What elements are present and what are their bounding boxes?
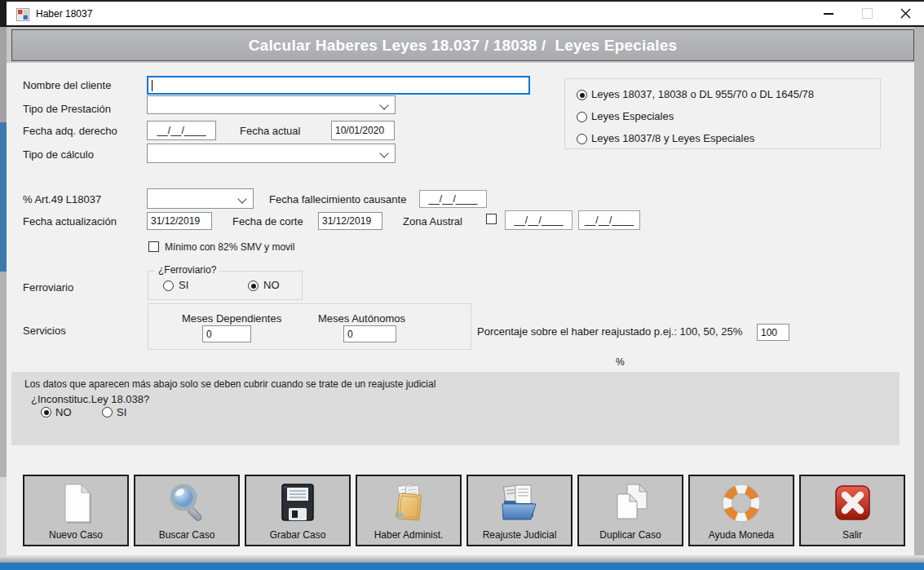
title-bar: Haber 18037 xyxy=(7,2,924,25)
buscar-caso-button[interactable]: Buscar Caso xyxy=(134,475,240,546)
minimo-smv-label[interactable]: Mínimo con 82% SMV y movil xyxy=(165,241,294,253)
button-label: Salir xyxy=(842,529,862,541)
radio-leyes-18037-label[interactable]: Leyes 18037, 18038 o DL 955/70 o DL 1645… xyxy=(591,88,814,100)
judicial-panel: Los datos que aparecen más abajo solo se… xyxy=(11,372,900,445)
haber-administ-button[interactable]: Haber Administ. xyxy=(356,475,462,546)
window-title: Haber 18037 xyxy=(36,8,92,20)
window-bottom-edge xyxy=(0,555,924,563)
nuevo-caso-button[interactable]: Nuevo Caso xyxy=(23,475,129,546)
background-edge-blue xyxy=(0,122,7,272)
fecha-adq-label: Fecha adq. derecho xyxy=(23,125,117,137)
ferroviario-group-title: ¿Ferroviario? xyxy=(155,264,219,276)
fecha-fallecimiento-input[interactable]: __/__/____ xyxy=(419,190,487,208)
background-edge-right xyxy=(914,27,924,563)
form-header: Calcular Haberes Leyes 18.037 / 18038 / … xyxy=(11,29,914,61)
chevron-down-icon xyxy=(237,194,246,203)
porcentaje-value: 100 xyxy=(761,327,777,338)
nombre-cliente-input[interactable] xyxy=(147,76,530,95)
meses-dependientes-input[interactable]: 0 xyxy=(202,325,251,342)
button-label: Buscar Caso xyxy=(159,529,215,541)
fecha-actualizacion-value: 31/12/2019 xyxy=(151,215,200,227)
tipo-prestacion-combo[interactable] xyxy=(147,95,396,114)
grabar-caso-button[interactable]: Grabar Caso xyxy=(245,475,351,546)
button-label: Ayuda Moneda xyxy=(709,529,775,541)
radio-leyes-18037[interactable] xyxy=(577,90,587,100)
fecha-actual-input[interactable]: 10/01/2020 xyxy=(331,121,395,140)
reajuste-judicial-button[interactable]: Reajuste Judicial xyxy=(466,475,573,546)
folder-documents-icon xyxy=(387,480,431,526)
zona-austral-fecha2-input[interactable]: __/__/____ xyxy=(578,210,640,230)
radio-inconstituc-no[interactable] xyxy=(41,407,51,418)
radio-inconstituc-no-label[interactable]: NO xyxy=(55,406,72,418)
chevron-down-icon xyxy=(379,148,388,157)
background-bottom-bar xyxy=(0,563,924,570)
exit-icon xyxy=(831,480,873,526)
zona-austral-fecha2-value: __/__/____ xyxy=(585,214,634,226)
tipo-prestacion-label: Tipo de Prestación xyxy=(23,103,111,115)
text-caret xyxy=(152,80,153,91)
fecha-corte-value: 31/12/2019 xyxy=(322,215,371,227)
maximize-button[interactable] xyxy=(861,8,873,20)
porcentaje-input[interactable]: 100 xyxy=(757,324,789,341)
radio-ferroviario-si[interactable] xyxy=(163,281,174,291)
fecha-corte-label: Fecha de corte xyxy=(232,215,303,228)
radio-ferroviario-no[interactable] xyxy=(248,281,259,291)
app-window: Haber 18037 Calcular Haberes Leyes 18.03… xyxy=(0,0,924,570)
radio-leyes-ambas[interactable] xyxy=(577,134,587,144)
fecha-actual-label: Fecha actual xyxy=(240,125,300,137)
background-edge xyxy=(0,477,7,563)
meses-autonomos-label: Meses Autónomos xyxy=(318,312,405,325)
duplicar-caso-button[interactable]: Duplicar Caso xyxy=(577,475,683,546)
inconstituc-question: ¿Inconstituc.Ley 18.038? xyxy=(31,393,149,405)
fecha-adq-value: __/__/____ xyxy=(157,125,206,136)
radio-inconstituc-si-label[interactable]: SI xyxy=(117,406,126,418)
fecha-adq-input[interactable]: __/__/____ xyxy=(147,121,216,140)
background-edge xyxy=(0,272,7,477)
app-icon xyxy=(16,8,29,21)
tipo-calculo-value xyxy=(148,147,151,158)
radio-leyes-ambas-label[interactable]: Leyes 18037/8 y Leyes Especiales xyxy=(591,132,754,144)
radio-leyes-especiales[interactable] xyxy=(577,112,587,122)
radio-ferroviario-no-label[interactable]: NO xyxy=(263,279,280,291)
meses-dependientes-value: 0 xyxy=(206,329,212,340)
nombre-cliente-label: Nombre del cliente xyxy=(23,79,111,91)
minimize-button[interactable] xyxy=(823,8,834,20)
tipo-calculo-label: Tipo de cálculo xyxy=(23,148,94,161)
new-document-icon xyxy=(55,480,96,526)
button-label: Haber Administ. xyxy=(374,529,444,541)
radio-ferroviario-si-label[interactable]: SI xyxy=(179,279,188,291)
fecha-fallecimiento-value: __/__/____ xyxy=(428,193,477,205)
art49-combo[interactable] xyxy=(147,188,254,209)
close-icon xyxy=(900,8,911,19)
judicial-info-text: Los datos que aparecen más abajo solo se… xyxy=(24,378,435,390)
meses-autonomos-value: 0 xyxy=(347,329,353,340)
zona-austral-fecha1-input[interactable]: __/__/____ xyxy=(505,210,573,230)
fecha-actualizacion-label: Fecha actualización xyxy=(23,215,117,228)
background-edge xyxy=(0,27,7,122)
zona-austral-fecha1-value: __/__/____ xyxy=(514,214,563,226)
zona-austral-checkbox[interactable] xyxy=(486,214,497,224)
porcentaje-suffix-label: % xyxy=(616,356,625,368)
button-label: Duplicar Caso xyxy=(599,529,661,541)
chevron-down-icon xyxy=(379,100,388,109)
art49-label: % Art.49 L18037 xyxy=(23,193,101,205)
button-label: Reajuste Judicial xyxy=(483,529,557,541)
lifebuoy-icon xyxy=(719,480,763,526)
close-button[interactable] xyxy=(900,8,911,20)
meses-autonomos-input[interactable]: 0 xyxy=(343,325,396,342)
page-title: Calcular Haberes Leyes 18.037 / 18038 / … xyxy=(249,37,678,55)
ferroviario-label: Ferroviario xyxy=(23,281,73,294)
fecha-corte-input[interactable]: 31/12/2019 xyxy=(318,212,382,230)
radio-leyes-especiales-label[interactable]: Leyes Especiales xyxy=(591,110,674,122)
floppy-disk-icon xyxy=(276,480,319,526)
minimo-smv-checkbox[interactable] xyxy=(148,241,159,252)
servicios-label: Servicios xyxy=(23,325,66,337)
tipo-calculo-combo[interactable] xyxy=(147,144,396,163)
radio-inconstituc-si[interactable] xyxy=(102,407,113,418)
zona-austral-label: Zona Austral xyxy=(403,215,462,228)
minimize-icon xyxy=(824,13,833,15)
salir-button[interactable]: Salir xyxy=(799,475,905,546)
button-label: Grabar Caso xyxy=(270,529,326,541)
fecha-actualizacion-input[interactable]: 31/12/2019 xyxy=(147,212,212,230)
ayuda-moneda-button[interactable]: Ayuda Moneda xyxy=(688,475,794,546)
